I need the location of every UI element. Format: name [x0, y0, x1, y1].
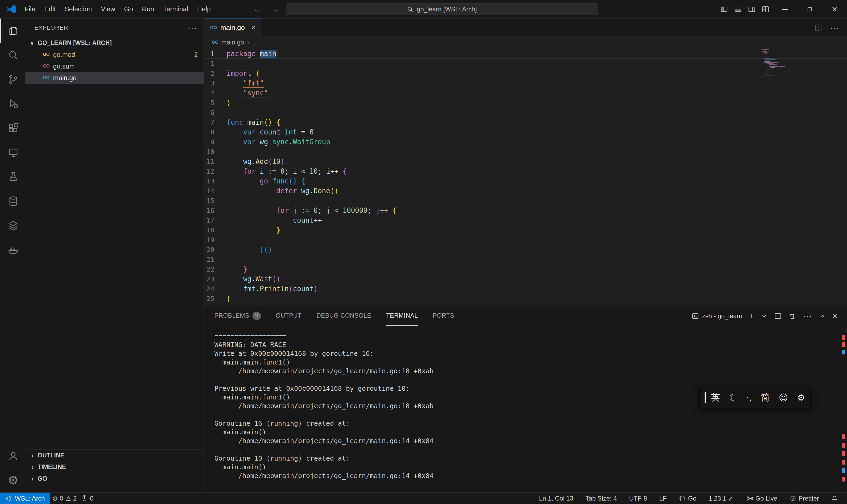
- go-live-status[interactable]: Go Live: [744, 492, 779, 504]
- code-line[interactable]: 13 go func() {: [204, 176, 847, 186]
- panel-tab-output[interactable]: OUTPUT: [276, 306, 302, 326]
- remote-explorer-icon[interactable]: [0, 140, 25, 165]
- sidebar-section-timeline[interactable]: ›TIMELINE: [25, 461, 203, 473]
- menu-edit[interactable]: Edit: [40, 3, 60, 16]
- code-line[interactable]: 2import (: [204, 69, 847, 78]
- panel-more-actions-icon[interactable]: ···: [803, 311, 812, 321]
- extensions-icon[interactable]: [0, 116, 25, 140]
- code-line[interactable]: 20 }(): [204, 245, 847, 255]
- ime-lang-icon[interactable]: 英: [711, 392, 720, 404]
- maximize-button[interactable]: [797, 0, 822, 19]
- code-line[interactable]: 8 var count int = 0: [204, 127, 847, 137]
- panel-tab-problems[interactable]: PROBLEMS2: [214, 306, 261, 326]
- tab-main-go[interactable]: GO main.go ×: [204, 19, 262, 36]
- code-line[interactable]: 15: [204, 196, 847, 206]
- testing-flask-icon[interactable]: [0, 165, 25, 189]
- customize-layout-icon[interactable]: [759, 0, 772, 19]
- panel-tab-ports[interactable]: PORTS: [433, 306, 454, 326]
- menu-run[interactable]: Run: [137, 3, 159, 16]
- code-line[interactable]: 16 for j := 0; j < 100000; j++ {: [204, 206, 847, 215]
- close-button[interactable]: ×: [822, 0, 847, 19]
- code-line[interactable]: 22 }: [204, 265, 847, 274]
- code-editor[interactable]: 1package main12import (3 "fmt"4 "sync"5)…: [204, 48, 847, 306]
- code-line[interactable]: 3 "fmt": [204, 78, 847, 88]
- file-item-go.mod[interactable]: GOgo.mod2: [25, 49, 203, 60]
- toggle-secondary-sidebar-icon[interactable]: [745, 0, 759, 19]
- file-item-go.sum[interactable]: GOgo.sum: [25, 60, 203, 72]
- encoding-status[interactable]: UTF-8: [627, 492, 649, 504]
- back-arrow-icon[interactable]: ←: [249, 4, 266, 14]
- ime-emoji-icon[interactable]: ☺: [779, 392, 788, 403]
- code-line[interactable]: 24 fmt.Println(count): [204, 284, 847, 294]
- code-line[interactable]: 21: [204, 255, 847, 265]
- kill-terminal-icon[interactable]: [789, 312, 796, 320]
- ime-punctuation-icon[interactable]: ·,: [746, 392, 752, 403]
- menu-file[interactable]: File: [20, 3, 40, 16]
- indentation-status[interactable]: Tab Size: 4: [583, 492, 619, 504]
- panel-tab-debug-console[interactable]: DEBUG CONSOLE: [316, 306, 371, 326]
- code-line[interactable]: 14 defer wg.Done(): [204, 186, 847, 196]
- code-line[interactable]: 5): [204, 98, 847, 108]
- code-line[interactable]: 9 var wg sync.WaitGroup: [204, 137, 847, 147]
- code-line[interactable]: 1package main: [204, 49, 847, 59]
- language-mode[interactable]: {}Go: [677, 492, 699, 504]
- sidebar-section-outline[interactable]: ›OUTLINE: [25, 449, 203, 461]
- code-line[interactable]: 25}: [204, 294, 847, 304]
- code-line[interactable]: 12 for i := 0; i < 10; i++ {: [204, 166, 847, 176]
- ime-settings-icon[interactable]: ⚙: [797, 392, 805, 403]
- panel-tab-terminal[interactable]: TERMINAL: [386, 306, 418, 326]
- settings-gear-icon[interactable]: ⚙: [0, 468, 25, 492]
- code-line[interactable]: 1: [204, 59, 847, 69]
- new-terminal-icon[interactable]: +: [749, 311, 754, 321]
- ports-status[interactable]: 0: [79, 492, 95, 504]
- code-line[interactable]: 23 wg.Wait(): [204, 274, 847, 284]
- code-line[interactable]: 11 wg.Add(10): [204, 157, 847, 166]
- tab-close-icon[interactable]: ×: [251, 23, 255, 32]
- search-view-icon[interactable]: [0, 43, 25, 67]
- editor-more-actions-icon[interactable]: ···: [830, 23, 840, 32]
- split-terminal-icon[interactable]: [774, 312, 781, 320]
- sidebar-section-go[interactable]: ›GO: [25, 473, 203, 484]
- menu-go[interactable]: Go: [120, 3, 137, 16]
- run-and-debug-icon[interactable]: [0, 92, 25, 116]
- forward-arrow-icon[interactable]: →: [266, 4, 283, 14]
- code-line[interactable]: 4 "sync": [204, 88, 847, 98]
- problems-status[interactable]: ⊘0 ⚠2: [50, 492, 78, 504]
- workspace-root-folder[interactable]: ∨ GO_LEARN [WSL: ARCH]: [25, 37, 203, 49]
- explorer-icon[interactable]: [0, 19, 25, 43]
- close-panel-icon[interactable]: ×: [832, 311, 837, 321]
- code-line[interactable]: 6: [204, 108, 847, 118]
- layers-icon[interactable]: [0, 213, 25, 238]
- notifications-bell-icon[interactable]: [829, 492, 840, 504]
- menu-selection[interactable]: Selection: [60, 3, 96, 16]
- command-center-search[interactable]: go_learn [WSL: Arch]: [286, 3, 598, 15]
- menu-help[interactable]: Help: [193, 3, 215, 16]
- code-line[interactable]: 10: [204, 147, 847, 157]
- split-editor-icon[interactable]: [814, 23, 822, 32]
- maximize-panel-icon[interactable]: [819, 313, 826, 319]
- code-line[interactable]: 7func main() {: [204, 118, 847, 127]
- cursor-position[interactable]: Ln 1, Col 13: [537, 492, 575, 504]
- ime-simplified-icon[interactable]: 简: [761, 392, 770, 404]
- toggle-sidebar-icon[interactable]: [717, 0, 731, 19]
- minimap[interactable]: [762, 49, 792, 77]
- toggle-panel-icon[interactable]: [731, 0, 745, 19]
- terminal-instance-selector[interactable]: zsh - go_learn: [692, 312, 742, 320]
- menu-view[interactable]: View: [96, 3, 120, 16]
- code-line[interactable]: 19: [204, 235, 847, 245]
- docker-icon[interactable]: [0, 238, 25, 262]
- file-item-main.go[interactable]: GOmain.go: [25, 72, 203, 84]
- eol-status[interactable]: LF: [657, 492, 669, 504]
- database-icon[interactable]: [0, 189, 25, 213]
- remote-indicator[interactable]: WSL: Arch: [0, 492, 50, 504]
- explorer-more-actions-icon[interactable]: ···: [188, 23, 197, 32]
- menu-terminal[interactable]: Terminal: [159, 3, 193, 16]
- go-version-status[interactable]: 1.23.1: [706, 492, 736, 504]
- minimize-button[interactable]: ─: [772, 0, 797, 19]
- source-control-icon[interactable]: [0, 67, 25, 92]
- prettier-status[interactable]: Prettier: [788, 492, 821, 504]
- code-line[interactable]: 18 }: [204, 225, 847, 235]
- breadcrumb[interactable]: GO main.go › …: [204, 36, 847, 48]
- ime-moon-icon[interactable]: ☾: [729, 392, 737, 403]
- terminal-dropdown-icon[interactable]: [761, 313, 767, 319]
